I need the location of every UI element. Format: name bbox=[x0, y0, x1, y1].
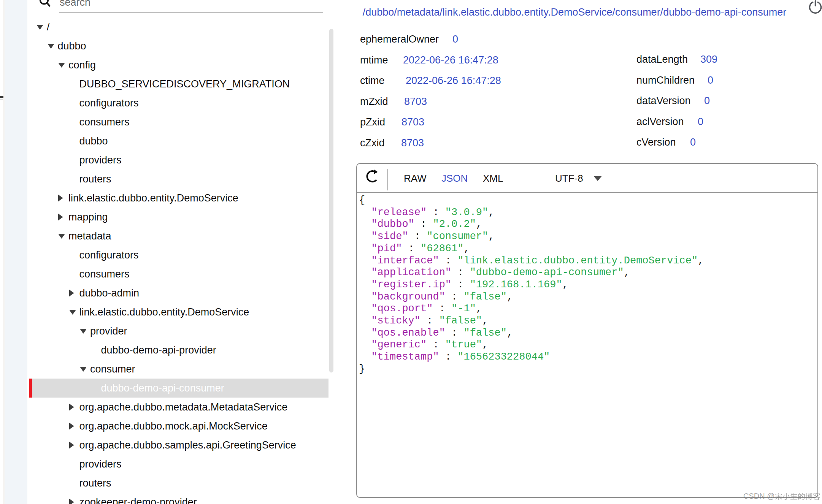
expand-arrow-closed-icon[interactable] bbox=[69, 442, 74, 449]
stat-label: mZxid bbox=[360, 96, 388, 108]
tree-node-label: org.apache.dubbo.metadata.MetadataServic… bbox=[79, 401, 288, 413]
tree-node-label: providers bbox=[79, 154, 122, 166]
tree-scrollbar-thumb[interactable] bbox=[329, 29, 333, 372]
json-line: "register.ip" : "192.168.1.169", bbox=[359, 279, 815, 291]
tree-node-config[interactable]: config bbox=[0, 55, 335, 74]
selected-row-marker bbox=[29, 379, 32, 398]
expand-arrow-open-icon[interactable] bbox=[69, 310, 76, 315]
tree-node-configurators[interactable]: configurators bbox=[0, 94, 335, 113]
stat-label: pZxid bbox=[360, 116, 385, 128]
tree-node-dubbo-demo-api-consumer[interactable]: dubbo-demo-api-consumer bbox=[0, 379, 335, 398]
tree-node-label: dubbo bbox=[79, 135, 108, 147]
node-data-viewer: RAW JSON XML UTF-8 { "release" : "3.0.9"… bbox=[356, 163, 818, 498]
tree-node-label: routers bbox=[79, 173, 111, 185]
stat-value: 2022-06-26 16:47:28 bbox=[406, 75, 501, 87]
json-line: "generic" : "true", bbox=[359, 339, 815, 351]
tree-node-zookeeper-demo-provider[interactable]: zookeeper-demo-provider bbox=[0, 493, 335, 504]
json-line: "qos.enable" : "false", bbox=[359, 327, 815, 339]
tree-node-configurators[interactable]: configurators bbox=[0, 246, 335, 265]
tree-node-label: dubbo-demo-api-consumer bbox=[101, 382, 224, 394]
stat-value: 0 bbox=[698, 116, 703, 128]
tree-node-org.apache.dubbo.metadata.MetadataService[interactable]: org.apache.dubbo.metadata.MetadataServic… bbox=[0, 398, 335, 417]
tab-json[interactable]: JSON bbox=[441, 172, 468, 184]
tree-node-metadata[interactable]: metadata bbox=[0, 227, 335, 246]
tree-node-dubbo-demo-api-provider[interactable]: dubbo-demo-api-provider bbox=[0, 341, 335, 360]
tab-raw[interactable]: RAW bbox=[404, 172, 427, 184]
stat-value: 2022-06-26 16:47:28 bbox=[403, 54, 498, 66]
tree-node-routers[interactable]: routers bbox=[0, 474, 335, 493]
json-line: "dubbo" : "2.0.2", bbox=[359, 219, 815, 231]
tree-node-label: dubbo-admin bbox=[79, 287, 140, 299]
tree-node-providers[interactable]: providers bbox=[0, 455, 335, 474]
watermark-cjk-text bbox=[775, 493, 820, 501]
tree-node-label: configurators bbox=[79, 97, 139, 109]
tree-node-label: metadata bbox=[68, 230, 111, 242]
tree-node-routers[interactable]: routers bbox=[0, 170, 335, 189]
tree-node-label: zookeeper-demo-provider bbox=[79, 496, 197, 504]
tree-node-dubbo[interactable]: dubbo bbox=[0, 36, 335, 55]
tree-node-consumer[interactable]: consumer bbox=[0, 360, 335, 379]
expand-arrow-open-icon[interactable] bbox=[58, 234, 65, 239]
tree-node-dubbo-admin[interactable]: dubbo-admin bbox=[0, 284, 335, 303]
stat-label: dataVersion bbox=[636, 95, 691, 107]
expand-arrow-closed-icon[interactable] bbox=[58, 214, 63, 220]
stat-value: 309 bbox=[700, 54, 717, 65]
tree-node-label: link.elastic.dubbo.entity.DemoService bbox=[79, 306, 249, 318]
tree-node-label: DUBBO_SERVICEDISCOVERY_MIGRATION bbox=[79, 78, 290, 90]
tree-node-DUBBO-SERVICEDISCOVERY-MIGRATION[interactable]: DUBBO_SERVICEDISCOVERY_MIGRATION bbox=[0, 74, 335, 94]
tree-node-dubbo[interactable]: dubbo bbox=[0, 132, 335, 151]
json-line: } bbox=[359, 363, 815, 376]
tree-node-consumers[interactable]: consumers bbox=[0, 113, 335, 132]
tree-node--[interactable]: / bbox=[0, 17, 335, 36]
disconnect-power-button[interactable] bbox=[808, 0, 822, 15]
tree-node-mapping[interactable]: mapping bbox=[0, 208, 335, 227]
tree-node-label: configurators bbox=[79, 249, 139, 261]
tree-node-org.apache.dubbo.mock.api.MockService[interactable]: org.apache.dubbo.mock.api.MockService bbox=[0, 417, 335, 436]
stat-label: cVersion bbox=[636, 136, 676, 148]
tree-node-label: provider bbox=[90, 325, 127, 337]
stat-label: mtime bbox=[360, 54, 388, 66]
tree-node-provider[interactable]: provider bbox=[0, 322, 335, 341]
expand-arrow-open-icon[interactable] bbox=[58, 63, 65, 68]
stat-label: ephemeralOwner bbox=[360, 33, 439, 45]
expand-arrow-closed-icon[interactable] bbox=[58, 195, 63, 201]
stat-value: 0 bbox=[690, 136, 696, 148]
viewer-toolbar: RAW JSON XML UTF-8 bbox=[357, 164, 817, 193]
tree-node-org.apache.dubbo.samples.api.GreetingService[interactable]: org.apache.dubbo.samples.api.GreetingSer… bbox=[0, 436, 335, 455]
expand-arrow-closed-icon[interactable] bbox=[69, 290, 74, 296]
stat-value: 0 bbox=[708, 74, 713, 86]
stat-value: 8703 bbox=[401, 116, 424, 128]
json-line: "release" : "3.0.9", bbox=[359, 207, 815, 219]
expand-arrow-closed-icon[interactable] bbox=[69, 423, 74, 430]
stat-value: 8703 bbox=[404, 96, 427, 108]
expand-arrow-closed-icon[interactable] bbox=[69, 404, 74, 410]
tree-node-label: org.apache.dubbo.mock.api.MockService bbox=[79, 420, 268, 432]
encoding-caret-icon[interactable] bbox=[593, 176, 602, 181]
tree-node-consumers[interactable]: consumers bbox=[0, 265, 335, 284]
expand-arrow-open-icon[interactable] bbox=[36, 25, 43, 30]
stat-label: ctime bbox=[360, 75, 385, 87]
tree-node-label: dubbo-demo-api-provider bbox=[101, 344, 216, 356]
tree-node-label: dubbo bbox=[58, 40, 86, 52]
json-line: "timestamp" : "1656233228044" bbox=[359, 351, 815, 363]
tree-node-link.elastic.dubbo.entity.DemoService[interactable]: link.elastic.dubbo.entity.DemoService bbox=[0, 189, 335, 208]
expand-arrow-closed-icon[interactable] bbox=[69, 499, 74, 504]
node-path-breadcrumb[interactable]: /dubbo/metadata/link.elastic.dubbo.entit… bbox=[335, 6, 814, 18]
refresh-icon[interactable] bbox=[365, 170, 380, 184]
encoding-dropdown[interactable]: UTF-8 bbox=[555, 172, 583, 184]
tree-node-link.elastic.dubbo.entity.DemoService[interactable]: link.elastic.dubbo.entity.DemoService bbox=[0, 303, 335, 322]
tree-node-label: config bbox=[68, 59, 96, 71]
expand-arrow-open-icon[interactable] bbox=[48, 44, 54, 49]
expand-arrow-open-icon[interactable] bbox=[80, 367, 87, 372]
stat-label: dataLength bbox=[636, 54, 688, 65]
watermark: CSDN @ bbox=[743, 491, 820, 501]
tree-node-label: providers bbox=[79, 458, 122, 470]
json-line: "qos.port" : "-1", bbox=[359, 303, 815, 315]
json-line: { bbox=[359, 195, 815, 207]
json-line: "sticky" : "false", bbox=[359, 315, 815, 327]
tab-xml[interactable]: XML bbox=[483, 172, 503, 184]
stat-value: 0 bbox=[452, 33, 458, 45]
tree-node-providers[interactable]: providers bbox=[0, 151, 335, 170]
json-line: "pid" : "62861", bbox=[359, 243, 815, 255]
expand-arrow-open-icon[interactable] bbox=[80, 329, 87, 334]
